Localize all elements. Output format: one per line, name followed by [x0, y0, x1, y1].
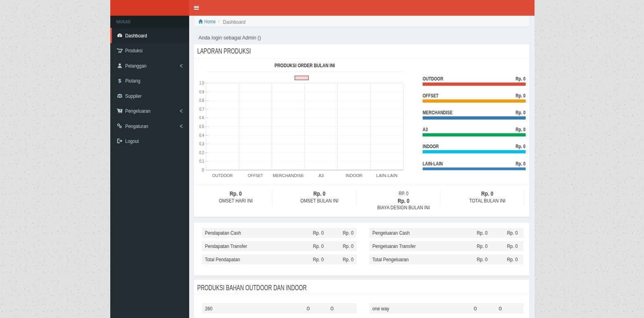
svg-text:0.2: 0.2 [199, 150, 204, 155]
svg-text:$: $ [118, 78, 122, 84]
svg-text:0.7: 0.7 [199, 107, 204, 112]
svg-text:OFFSET: OFFSET [248, 173, 263, 178]
svg-text:LAIN-LAIN: LAIN-LAIN [376, 173, 398, 178]
svg-text:0.5: 0.5 [199, 124, 204, 129]
svg-text:0.1: 0.1 [199, 159, 204, 163]
svg-text:0.8: 0.8 [199, 98, 204, 103]
svg-text:PRODUKSI ORDER BULAN INI: PRODUKSI ORDER BULAN INI [275, 62, 335, 68]
svg-text:0.6: 0.6 [199, 115, 204, 120]
svg-text:0.9: 0.9 [199, 89, 204, 94]
svg-text:0.4: 0.4 [199, 133, 204, 138]
svg-text:MERCHANDISE: MERCHANDISE [273, 173, 304, 178]
svg-text:INDOOR: INDOOR [345, 173, 362, 178]
svg-text:1.0: 1.0 [199, 81, 204, 85]
svg-text:OUTDOOR: OUTDOOR [212, 173, 233, 178]
svg-text:A3: A3 [318, 173, 324, 178]
svg-text:0.3: 0.3 [199, 141, 204, 146]
svg-text:0: 0 [202, 167, 204, 172]
